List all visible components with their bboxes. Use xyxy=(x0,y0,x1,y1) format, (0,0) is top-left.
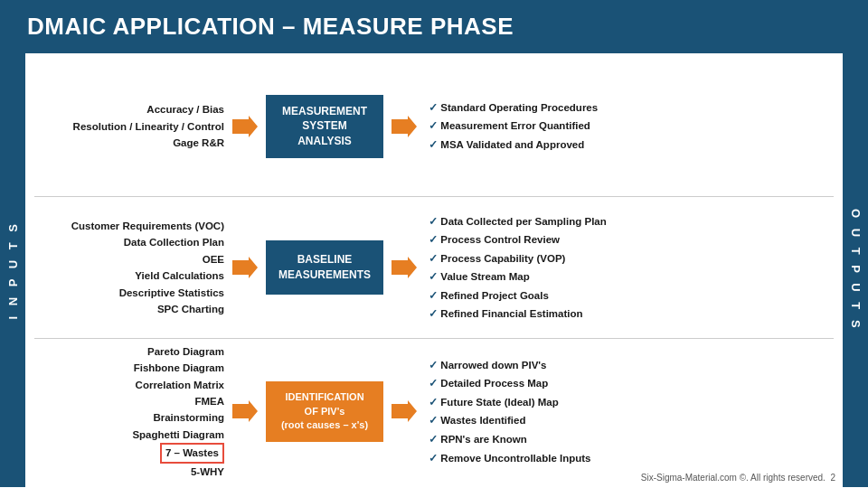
row2-output-4: Value Stream Map xyxy=(429,267,834,286)
content-area: Accuracy / Bias Resolution / Linearity /… xyxy=(25,53,843,487)
divider-1 xyxy=(34,196,834,197)
row2-input-1: Customer Requirements (VOC) xyxy=(34,218,224,234)
row2-output-5: Refined Project Goals xyxy=(429,286,834,305)
row3-input-5: Brainstorming xyxy=(34,409,224,426)
row2-input-5: Descriptive Statistics xyxy=(34,285,224,301)
svg-marker-3 xyxy=(392,257,417,278)
row2-input-4: Yield Calculations xyxy=(34,267,224,284)
row1-input-2: Resolution / Linearity / Control xyxy=(34,118,224,135)
row1-inputs: Accuracy / Bias Resolution / Linearity /… xyxy=(34,101,224,151)
row1-outputs: Standard Operating Procedures Measuremen… xyxy=(425,99,834,155)
highlighted-item: 7 – Wastes xyxy=(160,443,224,463)
row3-inputs: Pareto Diagram Fishbone Diagram Correlat… xyxy=(34,343,224,480)
row3-output-2: Detailed Process Map xyxy=(429,374,834,393)
row1-center-box: MEASUREMENTSYSTEMANALYSIS xyxy=(266,95,383,158)
footer-text: Six-Sigma-Material.com ©. All rights res… xyxy=(641,473,826,483)
row3-outputs: Narrowed down PIV's Detailed Process Map… xyxy=(425,356,834,467)
row2-input-3: OEE xyxy=(34,251,224,267)
footer-page: 2 xyxy=(830,473,835,483)
row3-input-8: 5-WHY xyxy=(34,464,224,480)
row3-output-4: Wastes Identified xyxy=(429,411,834,430)
footer: Six-Sigma-Material.com ©. All rights res… xyxy=(641,473,835,483)
inputs-label: I N P U T S xyxy=(0,53,25,487)
row2-center-box: BASELINEMEASUREMENTS xyxy=(266,240,383,295)
row-2: Customer Requirements (VOC) Data Collect… xyxy=(34,202,834,333)
row2-arrow-right xyxy=(391,257,418,278)
svg-marker-0 xyxy=(232,116,258,137)
outputs-label-text: O U T P U T S xyxy=(849,209,863,332)
row2-input-2: Data Collection Plan xyxy=(34,234,224,250)
row3-input-3: Correlation Matrix xyxy=(34,377,224,393)
row3-output-6: Remove Uncontrollable Inputs xyxy=(429,449,834,468)
row1-input-1: Accuracy / Bias xyxy=(34,101,224,117)
row1-output-1: Standard Operating Procedures xyxy=(429,99,834,117)
svg-marker-1 xyxy=(392,116,417,137)
inputs-label-text: I N P U T S xyxy=(6,221,20,320)
row3-input-2: Fishbone Diagram xyxy=(34,360,224,376)
row2-input-6: SPC Charting xyxy=(34,301,224,317)
row3-input-4: FMEA xyxy=(34,393,224,409)
row1-center-text: MEASUREMENTSYSTEMANALYSIS xyxy=(282,104,367,149)
header-title-normal: DMAIC APPLICATION – xyxy=(27,13,303,40)
row1-output-2: Measurement Error Quantified xyxy=(429,117,834,136)
main-content: I N P U T S Accuracy / Bias Resolution /… xyxy=(0,53,868,487)
svg-marker-2 xyxy=(232,257,258,278)
row3-input-7: 7 – Wastes xyxy=(34,443,224,463)
row3-center-box: IDENTIFICATIONOF PIV's(root causes – x's… xyxy=(266,381,383,441)
row2-inputs: Customer Requirements (VOC) Data Collect… xyxy=(34,218,224,317)
row1-arrow-right xyxy=(391,116,418,137)
row3-input-1: Pareto Diagram xyxy=(34,343,224,360)
page: DMAIC APPLICATION – MEASURE PHASE I N P … xyxy=(0,0,868,488)
svg-marker-5 xyxy=(392,400,417,422)
row-1: Accuracy / Bias Resolution / Linearity /… xyxy=(34,61,834,192)
outputs-label: O U T P U T S xyxy=(843,53,868,487)
row2-output-1: Data Collected per Sampling Plan xyxy=(429,212,834,231)
row3-output-5: RPN's are Known xyxy=(429,430,834,449)
row2-output-2: Process Control Review xyxy=(429,230,834,249)
row3-arrow-left xyxy=(231,400,259,422)
row-3: Pareto Diagram Fishbone Diagram Correlat… xyxy=(34,343,834,480)
row3-arrow-right xyxy=(391,400,418,422)
row1-output-3: MSA Validated and Approved xyxy=(429,136,834,155)
row1-input-3: Gage R&R xyxy=(34,135,224,151)
header-title-bold: MEASURE PHASE xyxy=(303,13,514,40)
row1-arrow-left xyxy=(231,116,259,137)
row3-input-6: Spaghetti Diagram xyxy=(34,427,224,443)
row3-output-1: Narrowed down PIV's xyxy=(429,356,834,375)
row2-arrow-left xyxy=(231,257,259,278)
header: DMAIC APPLICATION – MEASURE PHASE xyxy=(0,0,868,53)
row2-center-text: BASELINEMEASUREMENTS xyxy=(278,252,371,283)
row2-outputs: Data Collected per Sampling Plan Process… xyxy=(425,212,834,324)
divider-2 xyxy=(34,338,834,339)
row2-output-6: Refined Financial Estimation xyxy=(429,305,834,324)
row2-output-3: Process Capability (VOP) xyxy=(429,249,834,268)
svg-marker-4 xyxy=(232,400,258,422)
row3-output-3: Future State (Ideal) Map xyxy=(429,393,834,412)
row3-center-text: IDENTIFICATIONOF PIV's(root causes – x's… xyxy=(281,390,368,432)
